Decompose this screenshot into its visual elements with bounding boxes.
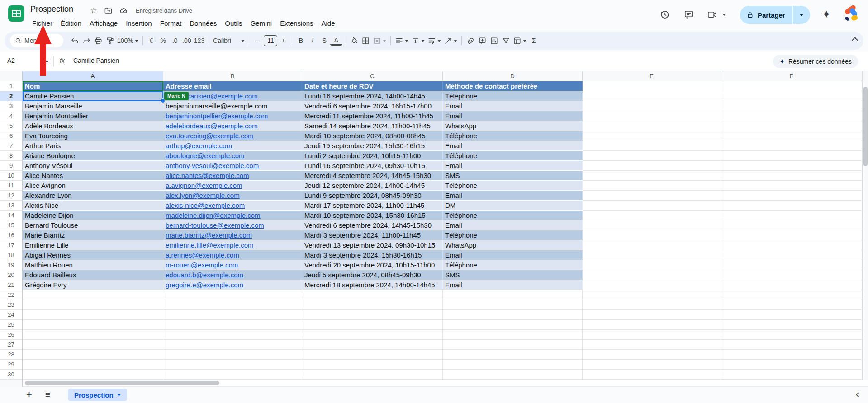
cell-F11[interactable]	[721, 181, 862, 191]
vertical-scrollbar[interactable]	[862, 71, 868, 380]
cell-C21[interactable]: Mercredi 18 septembre 2024, 14h00-14h45	[302, 280, 443, 290]
version-history-icon[interactable]	[658, 8, 671, 21]
cell-C3[interactable]: Vendredi 6 septembre 2024, 16h15-17h00	[302, 101, 443, 111]
cell-A28[interactable]	[23, 350, 163, 360]
cell-D17[interactable]: WhatsApp	[443, 240, 583, 250]
column-header-D[interactable]: D	[443, 71, 583, 81]
cell-B30[interactable]	[163, 370, 302, 380]
row-header-19[interactable]: 19	[0, 260, 23, 270]
row-header-6[interactable]: 6	[0, 131, 23, 141]
cell-E28[interactable]	[583, 350, 721, 360]
cell-C2[interactable]: Lundi 16 septembre 2024, 14h00-14h45	[302, 91, 443, 101]
insert-comment-button[interactable]	[476, 34, 488, 47]
cell-E20[interactable]	[583, 270, 721, 280]
cell-B9[interactable]: anthony-vesoul@exemple.com	[163, 161, 302, 171]
cell-C24[interactable]	[302, 310, 443, 320]
merge-cells-button[interactable]	[371, 34, 388, 47]
decrease-decimal-button[interactable]: .0	[169, 34, 181, 47]
cell-D6[interactable]: Téléphone	[443, 131, 583, 141]
cell-D10[interactable]: SMS	[443, 171, 583, 181]
all-sheets-button[interactable]: ≡	[45, 390, 50, 400]
text-color-button[interactable]: A	[330, 36, 342, 46]
cell-F27[interactable]	[721, 340, 862, 350]
row-header-5[interactable]: 5	[0, 121, 23, 131]
cell-C1[interactable]: Date et heure de RDV	[302, 81, 443, 91]
cell-C14[interactable]: Mardi 10 septembre 2024, 15h30-16h15	[302, 211, 443, 220]
cell-C16[interactable]: Mardi 3 septembre 2024, 11h00-11h45	[302, 230, 443, 240]
cell-B16[interactable]: marie.biarritz@exemple.com	[163, 230, 302, 240]
cell-B22[interactable]	[163, 290, 302, 300]
cell-F19[interactable]	[721, 260, 862, 270]
insert-link-button[interactable]	[465, 34, 476, 47]
cell-F6[interactable]	[721, 131, 862, 141]
column-header-F[interactable]: F	[721, 71, 862, 81]
row-header-27[interactable]: 27	[0, 340, 23, 350]
cell-C25[interactable]	[302, 320, 443, 330]
cell-D21[interactable]: Email	[443, 280, 583, 290]
row-header-18[interactable]: 18	[0, 250, 23, 260]
cell-C28[interactable]	[302, 350, 443, 360]
cell-D26[interactable]	[443, 330, 583, 340]
cell-B5[interactable]: adelebordeaux@exemple.com	[163, 121, 302, 131]
cell-F15[interactable]	[721, 220, 862, 230]
cell-C29[interactable]	[302, 360, 443, 370]
cell-C18[interactable]: Mardi 3 septembre 2024, 15h30-16h15	[302, 250, 443, 260]
cell-A20[interactable]: Edouard Bailleux	[23, 270, 163, 280]
cell-F28[interactable]	[721, 350, 862, 360]
cell-A2[interactable]: Camille Parisien	[23, 91, 163, 101]
decrease-font-size-button[interactable]: −	[252, 34, 264, 47]
cell-A4[interactable]: Benjamin Montpellier	[23, 111, 163, 121]
cell-C19[interactable]: Vendredi 20 septembre 2024, 10h15-11h00	[302, 260, 443, 270]
cell-D19[interactable]: Téléphone	[443, 260, 583, 270]
row-header-7[interactable]: 7	[0, 141, 23, 151]
cell-C12[interactable]: Lundi 9 septembre 2024, 08h45-09h30	[302, 191, 443, 201]
cell-E16[interactable]	[583, 230, 721, 240]
cell-F5[interactable]	[721, 121, 862, 131]
cell-C13[interactable]: Mardi 17 septembre 2024, 11h00-11h45	[302, 201, 443, 211]
horizontal-align-button[interactable]	[394, 34, 410, 47]
sheets-logo-icon[interactable]	[8, 5, 24, 22]
cell-E2[interactable]	[583, 91, 721, 101]
cell-E9[interactable]	[583, 161, 721, 171]
row-header-12[interactable]: 12	[0, 191, 23, 201]
cell-D1[interactable]: Méthode de contact préférée	[443, 81, 583, 91]
cell-C17[interactable]: Vendredi 13 septembre 2024, 09h30-10h15	[302, 240, 443, 250]
print-button[interactable]	[92, 34, 104, 47]
cell-E5[interactable]	[583, 121, 721, 131]
cell-D23[interactable]	[443, 300, 583, 310]
cell-A29[interactable]	[23, 360, 163, 370]
cell-B18[interactable]: a.rennes@exemple.com	[163, 250, 302, 260]
cell-C5[interactable]: Samedi 14 septembre 2024, 11h00-11h45	[302, 121, 443, 131]
cell-C11[interactable]: Jeudi 12 septembre 2024, 14h00-14h45	[302, 181, 443, 191]
cell-A6[interactable]: Eva Tourcoing	[23, 131, 163, 141]
cell-A25[interactable]	[23, 320, 163, 330]
meet-camera-icon[interactable]	[706, 8, 718, 21]
cell-E27[interactable]	[583, 340, 721, 350]
cell-A16[interactable]: Marie Biarritz	[23, 230, 163, 240]
cell-A26[interactable]	[23, 330, 163, 340]
row-header-17[interactable]: 17	[0, 240, 23, 250]
cell-C7[interactable]: Jeudi 19 septembre 2024, 15h30-16h15	[302, 141, 443, 151]
column-header-C[interactable]: C	[302, 71, 443, 81]
profile-avatar[interactable]	[843, 5, 859, 22]
cell-A3[interactable]: Benjamin Marseille	[23, 101, 163, 111]
row-header-10[interactable]: 10	[0, 171, 23, 181]
select-all-corner[interactable]	[0, 71, 23, 81]
cell-F7[interactable]	[721, 141, 862, 151]
cell-D25[interactable]	[443, 320, 583, 330]
cell-F21[interactable]	[721, 280, 862, 290]
cell-D29[interactable]	[443, 360, 583, 370]
cell-B7[interactable]: arthup@exemple.com	[163, 141, 302, 151]
cell-F26[interactable]	[721, 330, 862, 340]
cell-E23[interactable]	[583, 300, 721, 310]
cell-F12[interactable]	[721, 191, 862, 201]
cell-E30[interactable]	[583, 370, 721, 380]
functions-button[interactable]: Σ	[528, 34, 540, 47]
cell-D8[interactable]: Téléphone	[443, 151, 583, 161]
row-header-9[interactable]: 9	[0, 161, 23, 171]
cell-D5[interactable]: WhatsApp	[443, 121, 583, 131]
cell-B21[interactable]: gregoire.e@exemple.com	[163, 280, 302, 290]
cell-A9[interactable]: Anthony Vésoul	[23, 161, 163, 171]
font-select[interactable]: Calibri	[212, 34, 246, 47]
menu-gemini[interactable]: Gemini	[247, 19, 276, 28]
